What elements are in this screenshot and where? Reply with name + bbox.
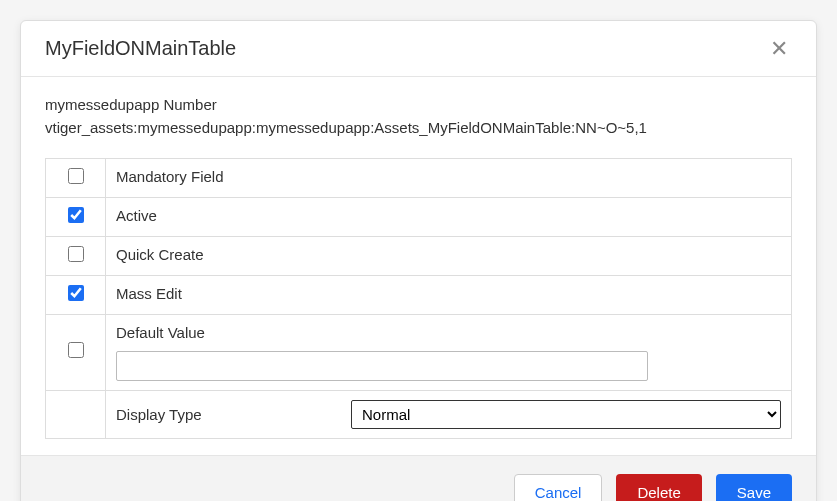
field-info: mymessedupapp Number vtiger_assets:mymes… [45,93,792,140]
mandatory-label: Mandatory Field [106,158,792,197]
modal-footer: Cancel Delete Save [21,455,816,502]
modal-title: MyFieldONMainTable [45,37,236,60]
field-info-line2: vtiger_assets:mymessedupapp:mymessedupap… [45,116,792,139]
field-info-line1: mymessedupapp Number [45,93,792,116]
close-icon: ✕ [770,36,788,61]
display-type-select[interactable]: Normal [351,400,781,429]
save-button[interactable]: Save [716,474,792,502]
display-type-label: Display Type [116,406,331,423]
quick-create-label: Quick Create [106,236,792,275]
mass-edit-checkbox[interactable] [68,285,84,301]
mass-edit-label: Mass Edit [106,275,792,314]
active-checkbox[interactable] [68,207,84,223]
default-value-label: Default Value [116,324,781,341]
cancel-button[interactable]: Cancel [514,474,603,502]
modal-body: mymessedupapp Number vtiger_assets:mymes… [21,77,816,455]
close-button[interactable]: ✕ [766,38,792,60]
row-default-value: Default Value [46,314,792,390]
row-mandatory: Mandatory Field [46,158,792,197]
row-active: Active [46,197,792,236]
row-quick-create: Quick Create [46,236,792,275]
modal-header: MyFieldONMainTable ✕ [21,21,816,77]
mandatory-checkbox[interactable] [68,168,84,184]
default-value-checkbox[interactable] [68,342,84,358]
default-value-input[interactable] [116,351,648,381]
delete-button[interactable]: Delete [616,474,701,502]
active-label: Active [106,197,792,236]
quick-create-checkbox[interactable] [68,246,84,262]
row-mass-edit: Mass Edit [46,275,792,314]
options-table: Mandatory Field Active Quick Create Mass… [45,158,792,439]
row-display-type: Display Type Normal [46,390,792,438]
field-settings-modal: MyFieldONMainTable ✕ mymessedupapp Numbe… [20,20,817,501]
